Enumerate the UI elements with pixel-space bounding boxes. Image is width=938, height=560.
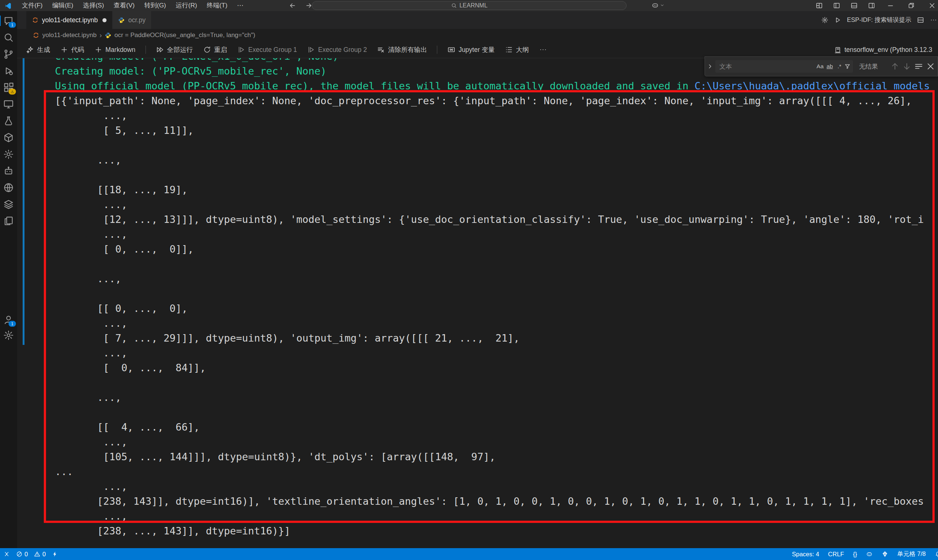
language-mode-status-label: {} [853, 551, 857, 558]
tools-icon [3, 149, 14, 160]
more-icon [539, 46, 547, 54]
customize-layout-button[interactable] [810, 0, 828, 11]
tab-yolo11-detect-ipynb[interactable]: yolo11-detect.ipynb [26, 11, 112, 29]
minimize-button[interactable] [880, 0, 901, 11]
toggle-sidebar-button[interactable] [828, 0, 845, 11]
run-file-icon[interactable] [834, 16, 841, 24]
errors-count[interactable]: 0 [16, 551, 28, 558]
eol-status[interactable]: CRLF [828, 551, 844, 558]
sidebar-icon [833, 2, 840, 9]
close-find-icon[interactable] [926, 62, 935, 71]
gear-icon[interactable] [821, 16, 828, 24]
jupyter-icon [32, 17, 39, 23]
go-menu[interactable]: 转到(G) [140, 0, 171, 11]
view-menu[interactable]: 查看(V) [109, 0, 140, 11]
run-menu[interactable]: 运行(R) [171, 0, 202, 11]
breadcrumb-file[interactable]: yolo11-detect.ipynb [42, 32, 97, 39]
outline-button[interactable]: 大纲 [505, 45, 529, 54]
add-code-cell-button[interactable]: 代码 [60, 45, 84, 54]
selection-menu[interactable]: 选择(S) [78, 0, 109, 11]
execute-group-1-button[interactable]: Execute Group 1 [237, 46, 297, 54]
more-menu[interactable]: ⋯ [232, 0, 248, 11]
run-debug-icon [3, 65, 14, 76]
annotation-rectangle [44, 90, 935, 523]
previous-match-icon[interactable] [890, 62, 900, 71]
sidebar-item-source-control[interactable] [3, 49, 14, 60]
kernel-picker-button[interactable]: tensorflow_env (Python 3.12.3 [834, 42, 938, 58]
find-in-selection-icon[interactable] [914, 62, 924, 71]
toggle-panel-button[interactable] [845, 0, 862, 11]
add-markdown-cell-button-label: Markdown [105, 46, 136, 54]
match-case-button[interactable]: Aa [815, 63, 825, 70]
sidebar-item-chat[interactable]: 1 [3, 15, 14, 26]
active-view-indicator [0, 15, 1, 26]
regex-button[interactable]: .* [835, 63, 844, 70]
extension-status[interactable] [882, 551, 888, 557]
more-actions-icon[interactable] [930, 16, 937, 24]
copilot-status[interactable] [866, 551, 873, 557]
language-mode-status[interactable]: {} [853, 551, 857, 558]
execute-group-2-button-label: Execute Group 2 [318, 46, 367, 54]
vscode-logo [4, 2, 12, 10]
jupyter-variables-button[interactable]: Jupyter 变量 [447, 45, 494, 54]
sidebar-item-search[interactable] [3, 32, 14, 43]
sidebar-item-run-debug[interactable] [3, 65, 14, 76]
tab-bar: yolo11-detect.ipynb ocr.py ESP-IDF: 搜索错误… [17, 11, 938, 29]
copilot-menu-button[interactable] [651, 2, 665, 9]
sidebar-item-globe[interactable] [3, 182, 14, 193]
tab-ocr-py[interactable]: ocr.py [113, 11, 151, 29]
sidebar-item-settings[interactable] [3, 330, 14, 341]
command-center-search[interactable]: LEARNML [312, 1, 626, 10]
gem-icon [882, 551, 888, 557]
warnings-count[interactable]: 0 [34, 551, 46, 558]
more-toolbar-actions-button[interactable] [539, 46, 547, 54]
sidebar-item-package[interactable] [3, 132, 14, 143]
nav-forward-icon[interactable] [305, 2, 313, 9]
indentation-status[interactable]: Spaces: 4 [792, 551, 819, 558]
filter-icon[interactable] [844, 63, 851, 70]
sidebar-item-account[interactable]: 1 [3, 314, 14, 325]
sidebar-item-testing[interactable] [3, 115, 14, 126]
sidebar-item-robot[interactable] [3, 165, 14, 177]
execute-group-2-button[interactable]: Execute Group 2 [307, 46, 367, 54]
edit-menu[interactable]: 编辑(E) [48, 0, 78, 11]
generate-button[interactable]: 生成 [26, 45, 50, 54]
generate-button-label: 生成 [37, 45, 50, 54]
run-all-button[interactable]: 全部运行 [156, 45, 193, 54]
nav-back-icon[interactable] [289, 2, 296, 9]
esp-idf-search-errors-button[interactable]: ESP-IDF: 搜索错误提示 [847, 16, 911, 24]
plus-icon [60, 46, 68, 54]
split-editor-icon[interactable] [917, 16, 924, 24]
sidebar-item-layers[interactable] [3, 199, 14, 210]
toggle-replace-button[interactable] [705, 57, 715, 76]
terminal-menu[interactable]: 终端(T) [202, 0, 232, 11]
find-input[interactable]: 文本 Aa ab .* [715, 60, 853, 73]
tab-label: ocr.py [128, 16, 145, 24]
toggle-secondary-sidebar-button[interactable] [862, 0, 880, 11]
cell-position-status[interactable]: 单元格 7/8 [897, 550, 926, 558]
notifications-bell[interactable] [935, 551, 938, 557]
cell-focus-bar [23, 58, 25, 345]
flash-action[interactable] [52, 551, 58, 557]
vscode-window: 文件(F)编辑(E)选择(S)查看(V)转到(G)运行(R)终端(T)⋯ LEA… [0, 0, 938, 560]
sidebar-item-extensions[interactable]: ⚠ [3, 82, 14, 93]
whole-word-button[interactable]: ab [825, 63, 835, 70]
next-match-icon[interactable] [902, 62, 912, 71]
sidebar-item-pages[interactable] [3, 215, 14, 226]
kernel-icon [834, 46, 841, 54]
sidebar-item-remote-explorer[interactable] [3, 98, 14, 110]
copilot-icon [651, 2, 659, 9]
add-markdown-cell-button[interactable]: Markdown [94, 46, 136, 54]
close-window-button[interactable] [922, 0, 938, 11]
restart-kernel-button[interactable]: 重启 [203, 45, 227, 54]
file-menu[interactable]: 文件(F) [17, 0, 48, 11]
sidebar-item-tools[interactable] [3, 149, 14, 160]
output-text: Creating model: ('PP-OCRv5_mobile_rec', … [55, 65, 327, 77]
remote-indicator[interactable] [3, 551, 10, 557]
clear-all-outputs-button[interactable]: 清除所有输出 [377, 45, 427, 54]
restore-button[interactable] [901, 0, 922, 11]
find-results: 无结果 [859, 62, 886, 71]
search-icon [451, 3, 457, 9]
modified-dot[interactable] [102, 18, 106, 22]
breadcrumb-symbol[interactable]: ocr = PaddleOCR(use_angle_cls=True, lang… [114, 32, 255, 39]
